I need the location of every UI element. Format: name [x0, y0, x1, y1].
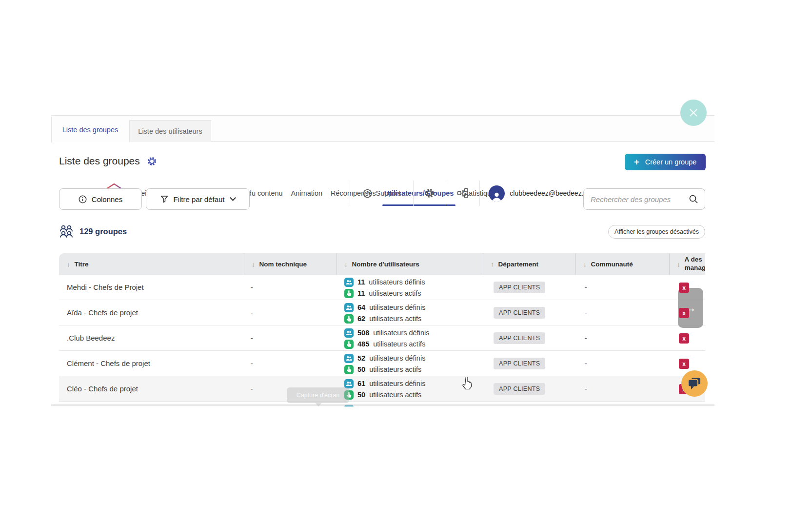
table-header: ↓ Titre ↓ Nom technique ↓ Nombre d'utili…	[59, 253, 705, 275]
defined-users-icon	[344, 278, 354, 287]
active-users-icon	[344, 340, 354, 349]
page-settings-gear-icon[interactable]	[147, 156, 157, 166]
sort-down-icon: ↓	[677, 261, 680, 268]
header-communaute[interactable]: ↓ Communauté	[575, 253, 666, 275]
nav-right-cluster: ? Support clubbeedeez@beedeez.com	[350, 181, 612, 206]
sort-down-icon: ↓	[344, 261, 348, 268]
close-icon[interactable]	[680, 100, 707, 126]
table-row[interactable]: Cléo - Chefs de projet - 61utilisateurs …	[59, 376, 705, 402]
tooltip-capture: Capture d'écran	[287, 387, 349, 403]
search-icon[interactable]	[689, 194, 698, 204]
active-users-icon	[344, 289, 354, 298]
screenshot-bottom-edge	[51, 405, 714, 406]
table-row[interactable]: Aïda - Chefs de projet - 64utilisateurs …	[59, 300, 705, 325]
department-badge: APP CLIENTS	[494, 358, 545, 369]
delete-group-button[interactable]: x	[679, 359, 689, 369]
columns-button[interactable]: Colonnes	[59, 188, 142, 210]
cursor-pointer	[462, 377, 473, 391]
create-group-button[interactable]: + Créer un groupe	[625, 154, 706, 170]
sort-down-icon: ↓	[583, 261, 587, 268]
department-badge: APP CLIENTS	[494, 307, 545, 319]
settings-gear-button[interactable]	[414, 188, 446, 199]
defined-users-icon	[344, 328, 354, 338]
delete-group-button[interactable]: x	[679, 283, 689, 293]
top-nav: 2 Accueil Mon contenu Organisation du co…	[51, 90, 714, 116]
defined-users-icon	[344, 354, 354, 363]
active-users-icon	[344, 314, 354, 324]
header-nombre-utilisateurs[interactable]: ↓ Nombre d'utilisateurs	[337, 253, 480, 275]
search-groups-box	[583, 188, 705, 210]
default-filter-button[interactable]: Filtre par défaut	[146, 188, 250, 210]
sort-up-icon: ↑	[491, 261, 494, 268]
search-groups-input[interactable]	[591, 195, 689, 203]
department-badge: APP CLIENTS	[494, 332, 545, 344]
groups-icon	[59, 224, 74, 238]
department-badge: APP CLIENTS	[494, 282, 545, 293]
table-row[interactable]: .Club Beedeez - 508utilisateurs définis …	[59, 325, 705, 351]
defined-users-icon	[344, 379, 354, 388]
page-title: Liste des groupes	[59, 155, 140, 167]
sort-down-icon: ↓	[252, 261, 255, 268]
defined-users-icon	[344, 303, 354, 312]
tab-liste-des-groupes[interactable]: Liste des groupes	[51, 117, 129, 142]
delete-group-button[interactable]: x	[679, 308, 689, 318]
info-icon	[79, 195, 87, 203]
active-users-icon	[344, 365, 354, 374]
create-group-label: Créer un groupe	[645, 158, 697, 166]
table-row[interactable]: Clément - Chefs de projet - 52utilisateu…	[59, 351, 705, 376]
default-filter-label: Filtre par défaut	[173, 195, 224, 203]
header-a-des-managers[interactable]: ↓ A des manag	[669, 253, 705, 275]
help-icon: ?	[363, 189, 372, 198]
org-hierarchy-button[interactable]	[446, 188, 479, 199]
chat-widget-button[interactable]	[681, 370, 708, 397]
header-titre[interactable]: ↓ Titre	[59, 253, 241, 275]
filter-funnel-icon	[160, 195, 168, 203]
sort-down-icon: ↓	[67, 261, 70, 268]
show-disabled-groups-button[interactable]: Afficher les groupes désactivés	[608, 225, 705, 239]
department-badge: APP CLIENTS	[494, 383, 545, 395]
plus-icon: +	[634, 157, 639, 166]
table-row[interactable]: Mehdi - Chefs de Projet - 11utilisateurs…	[59, 275, 705, 300]
support-button[interactable]: ? Support	[350, 189, 414, 198]
support-label: Support	[376, 189, 401, 197]
groups-table: ↓ Titre ↓ Nom technique ↓ Nombre d'utili…	[59, 253, 705, 406]
tabs-strip: Liste des groupes Liste des utilisateurs	[51, 116, 714, 142]
header-departement[interactable]: ↑ Département	[483, 253, 573, 275]
delete-group-button[interactable]: x	[679, 333, 689, 344]
columns-label: Colonnes	[92, 195, 122, 203]
header-nom-technique[interactable]: ↓ Nom technique	[244, 253, 334, 275]
avatar	[489, 185, 505, 202]
tab-liste-des-utilisateurs[interactable]: Liste des utilisateurs	[129, 120, 211, 142]
svg-text:?: ?	[366, 190, 369, 196]
chevron-down-icon	[230, 195, 236, 201]
nav-item-animation[interactable]: Animation	[291, 181, 322, 206]
group-count: 129 groupes	[79, 227, 127, 236]
